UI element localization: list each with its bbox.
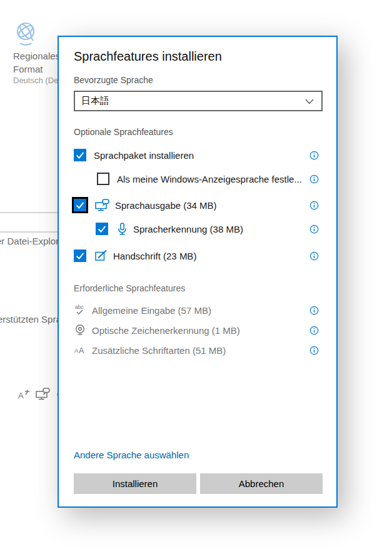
install-language-features-dialog: Sprachfeatures installieren Bevorzugte S… — [58, 36, 338, 508]
language-pack-checkbox[interactable] — [74, 149, 86, 161]
globe-icon — [13, 21, 39, 51]
microphone-icon — [117, 223, 128, 236]
feature-label: Zusätzliche Schriftarten (51 MB) — [92, 345, 226, 356]
info-icon[interactable] — [309, 326, 319, 335]
feature-label: Handschrift (23 MB) — [113, 251, 196, 261]
info-icon[interactable] — [309, 306, 319, 315]
feature-label: Optische Zeichenerkennung (1 MB) — [92, 325, 240, 336]
svg-text:abc: abc — [75, 304, 84, 310]
display-language-checkbox[interactable] — [97, 173, 109, 185]
info-icon[interactable] — [309, 174, 319, 184]
svg-text:A: A — [74, 347, 79, 354]
dialog-title: Sprachfeatures installieren — [74, 49, 222, 64]
clipped-background-text: er Datei-Explor — [0, 236, 59, 246]
feature-row-handwriting: Handschrift (23 MB) — [74, 248, 319, 264]
info-icon[interactable] — [309, 201, 319, 210]
handwriting-checkbox[interactable] — [74, 249, 86, 262]
ocr-icon — [74, 324, 86, 336]
text-to-speech-icon — [95, 199, 109, 212]
feature-row-speech-recognition: Spracherkennung (38 MB) — [74, 221, 319, 237]
feature-label: Sprachpaket installieren — [94, 150, 194, 161]
language-dropdown[interactable]: 日本語 — [74, 91, 323, 111]
info-icon[interactable] — [309, 224, 319, 234]
speech-recognition-checkbox[interactable] — [96, 223, 108, 235]
language-dropdown-value: 日本語 — [81, 95, 305, 107]
info-icon[interactable] — [309, 346, 319, 355]
feature-row-language-pack: Sprachpaket installieren — [74, 147, 319, 163]
regional-format-value: Deutsch (Deu — [13, 76, 63, 85]
required-row-basic-typing: abc Allgemeine Eingabe (57 MB) — [74, 302, 319, 318]
clipped-background-text: erstützten Spra — [0, 314, 61, 325]
svg-text:A: A — [79, 346, 84, 355]
text-to-speech-icon — [36, 388, 50, 403]
chevron-down-icon — [305, 96, 314, 107]
screen: Regionales Format Deutsch (Deu er Datei-… — [0, 0, 392, 559]
text-to-speech-checkbox[interactable] — [74, 199, 86, 211]
feature-row-display-language: Als meine Windows-Anzeigesprache festle.… — [74, 171, 319, 187]
choose-other-language-link[interactable]: Andere Sprache auswählen — [74, 450, 189, 460]
feature-label: Allgemeine Eingabe (57 MB) — [92, 305, 211, 316]
required-features-section-label: Erforderliche Sprachfeatures — [74, 283, 185, 293]
feature-row-text-to-speech: Sprachausgabe (34 MB) — [74, 197, 319, 213]
basic-typing-icon: abc — [74, 304, 86, 316]
fonts-icon: A A — [74, 344, 86, 356]
install-button[interactable]: Installieren — [74, 473, 196, 494]
required-row-ocr: Optische Zeichenerkennung (1 MB) — [74, 322, 319, 338]
required-row-fonts: A A Zusätzliche Schriftarten (51 MB) — [74, 342, 319, 358]
optional-features-section-label: Optionale Sprachfeatures — [74, 127, 173, 137]
handwriting-icon — [95, 249, 108, 262]
feature-label: Sprachausgabe (34 MB) — [115, 200, 217, 211]
info-icon[interactable] — [309, 251, 319, 261]
preferred-language-label: Bevorzugte Sprache — [74, 75, 153, 85]
text-suggestions-icon: A — [18, 388, 30, 403]
feature-label: Spracherkennung (38 MB) — [133, 224, 243, 234]
feature-label: Als meine Windows-Anzeigesprache festle.… — [117, 174, 302, 184]
info-icon[interactable] — [309, 151, 319, 160]
svg-text:A: A — [18, 391, 24, 400]
cancel-button[interactable]: Abbrechen — [200, 473, 323, 494]
